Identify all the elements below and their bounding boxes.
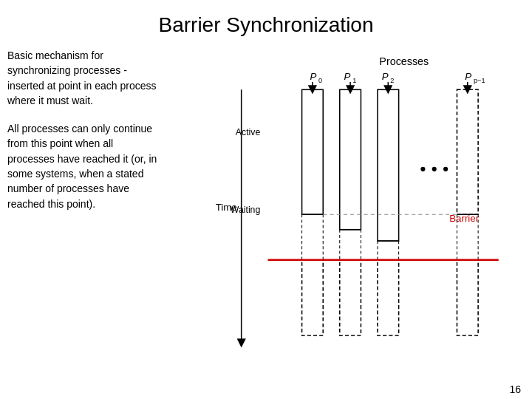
dot3 — [443, 167, 448, 171]
p2-active-box — [378, 89, 399, 241]
p1-label: P — [344, 71, 351, 82]
paragraph-2: All processes can only continue from thi… — [7, 121, 163, 211]
left-text: Basic mechanism for synchronizing proces… — [7, 44, 170, 392]
pp1-dashed-top — [457, 89, 478, 214]
p0-label: P — [310, 71, 316, 82]
dot2 — [432, 167, 437, 171]
diagram-area: Processes P 0 P 1 P 2 P p−1 Time Active … — [170, 48, 525, 392]
pp1-sub: p−1 — [474, 77, 485, 84]
p0-sub: 0 — [318, 77, 322, 84]
p0-active-box — [302, 89, 324, 214]
active-label: Active — [236, 127, 261, 137]
p2-label: P — [382, 71, 389, 82]
page-title: Barrier Synchronization — [0, 0, 532, 44]
pp1-label: P — [465, 71, 471, 82]
p1-active-box — [340, 89, 361, 229]
pp1-continue-box — [457, 260, 478, 335]
slide-number: 16 — [509, 383, 521, 395]
p1-sub: 1 — [352, 77, 356, 84]
dot1 — [420, 167, 425, 171]
barrier-diagram: Processes P 0 P 1 P 2 P p−1 Time Active … — [170, 48, 525, 366]
p2-continue-box — [378, 260, 399, 335]
processes-label: Processes — [379, 55, 429, 67]
paragraph-1: Basic mechanism for synchronizing proces… — [7, 48, 163, 108]
p0-continue-box — [302, 260, 324, 335]
p1-continue-box — [340, 260, 361, 335]
content-area: Basic mechanism for synchronizing proces… — [0, 44, 532, 392]
waiting-label: Waiting — [231, 205, 261, 215]
p2-sub: 2 — [390, 77, 394, 84]
